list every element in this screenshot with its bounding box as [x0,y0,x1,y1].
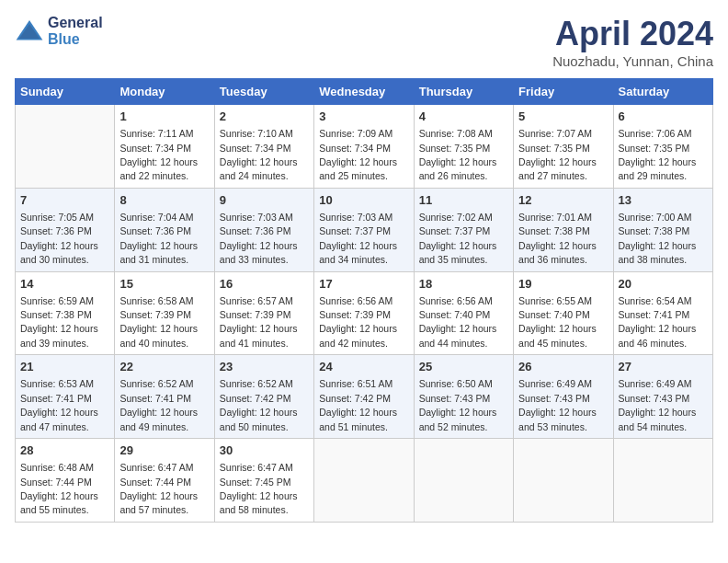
day-number: 5 [518,109,608,125]
cell-sunset: Sunset: 7:34 PM [319,143,391,154]
day-number: 25 [419,359,508,375]
cell-sunset: Sunset: 7:41 PM [619,309,690,320]
calendar-cell: 22 Sunrise: 6:52 AM Sunset: 7:41 PM Dayl… [115,355,214,439]
cell-daylight: Daylight: 12 hours and 47 minutes. [20,407,98,431]
day-number: 19 [518,276,608,293]
day-number: 20 [619,276,708,293]
cell-sunrise: Sunrise: 7:04 AM [119,212,193,223]
cell-sunset: Sunset: 7:41 PM [119,393,191,404]
cell-daylight: Daylight: 12 hours and 57 minutes. [119,490,198,515]
day-number: 6 [619,109,708,125]
cell-daylight: Daylight: 12 hours and 27 minutes. [518,156,597,181]
day-number: 8 [119,192,209,209]
cell-sunset: Sunset: 7:40 PM [518,309,590,320]
cell-sunset: Sunset: 7:39 PM [220,309,291,320]
cell-sunrise: Sunrise: 6:48 AM [20,462,94,473]
day-number: 13 [619,192,708,209]
cell-sunset: Sunset: 7:35 PM [419,143,491,154]
calendar-cell: 30 Sunrise: 6:47 AM Sunset: 7:45 PM Dayl… [214,439,313,523]
cell-daylight: Daylight: 12 hours and 55 minutes. [20,490,98,515]
cell-daylight: Daylight: 12 hours and 36 minutes. [518,240,597,265]
calendar-cell: 1 Sunrise: 7:11 AM Sunset: 7:34 PM Dayli… [115,105,214,189]
logo-icon [15,17,44,46]
cell-sunrise: Sunrise: 6:49 AM [518,378,592,389]
day-number: 26 [518,359,608,375]
cell-daylight: Daylight: 12 hours and 53 minutes. [518,407,597,431]
cell-sunrise: Sunrise: 6:51 AM [319,378,392,389]
day-number: 21 [20,359,109,375]
day-number: 18 [419,276,508,293]
day-number: 15 [119,276,209,293]
cell-daylight: Daylight: 12 hours and 40 minutes. [119,323,198,348]
cell-sunrise: Sunrise: 7:02 AM [419,212,493,223]
cell-sunrise: Sunrise: 7:01 AM [518,212,592,223]
cell-daylight: Daylight: 12 hours and 49 minutes. [119,407,198,431]
day-number: 9 [220,192,309,209]
cell-daylight: Daylight: 12 hours and 41 minutes. [220,323,298,348]
day-number: 29 [119,442,209,459]
cell-daylight: Daylight: 12 hours and 25 minutes. [319,156,397,181]
weekday-header: Sunday [16,79,115,105]
calendar-cell: 25 Sunrise: 6:50 AM Sunset: 7:43 PM Dayl… [414,355,513,439]
cell-sunset: Sunset: 7:38 PM [20,309,92,320]
cell-sunset: Sunset: 7:34 PM [220,143,291,154]
cell-sunset: Sunset: 7:43 PM [518,393,590,404]
cell-sunset: Sunset: 7:36 PM [119,225,191,236]
cell-sunset: Sunset: 7:42 PM [319,393,391,404]
cell-sunrise: Sunrise: 7:06 AM [619,128,692,139]
cell-daylight: Daylight: 12 hours and 58 minutes. [220,490,298,515]
calendar-cell: 29 Sunrise: 6:47 AM Sunset: 7:44 PM Dayl… [115,439,214,523]
cell-daylight: Daylight: 12 hours and 24 minutes. [220,156,298,181]
cell-daylight: Daylight: 12 hours and 52 minutes. [419,407,497,431]
cell-sunset: Sunset: 7:43 PM [419,393,491,404]
day-number: 27 [619,359,708,375]
cell-sunset: Sunset: 7:37 PM [419,225,491,236]
calendar-cell: 26 Sunrise: 6:49 AM Sunset: 7:43 PM Dayl… [514,355,613,439]
title-area: April 2024 Nuozhadu, Yunnan, China [552,15,713,69]
cell-daylight: Daylight: 12 hours and 54 minutes. [619,407,697,431]
cell-sunrise: Sunrise: 7:03 AM [220,212,293,223]
weekday-header: Wednesday [314,79,414,105]
cell-daylight: Daylight: 12 hours and 51 minutes. [319,407,397,431]
calendar-cell [514,439,613,523]
cell-sunrise: Sunrise: 6:52 AM [119,378,193,389]
cell-sunset: Sunset: 7:39 PM [119,309,191,320]
day-number: 22 [119,359,209,375]
cell-sunset: Sunset: 7:45 PM [220,477,291,488]
calendar-week-row: 1 Sunrise: 7:11 AM Sunset: 7:34 PM Dayli… [16,105,713,189]
cell-sunset: Sunset: 7:41 PM [20,393,92,404]
calendar-body: 1 Sunrise: 7:11 AM Sunset: 7:34 PM Dayli… [16,105,713,523]
weekday-header: Saturday [613,79,712,105]
day-number: 2 [220,109,309,125]
calendar-cell: 3 Sunrise: 7:09 AM Sunset: 7:34 PM Dayli… [314,105,414,189]
cell-sunset: Sunset: 7:38 PM [518,225,590,236]
cell-sunrise: Sunrise: 7:03 AM [319,212,392,223]
calendar-cell: 24 Sunrise: 6:51 AM Sunset: 7:42 PM Dayl… [314,355,414,439]
cell-sunset: Sunset: 7:36 PM [220,225,291,236]
cell-daylight: Daylight: 12 hours and 33 minutes. [220,240,298,265]
cell-sunrise: Sunrise: 7:11 AM [119,128,193,139]
calendar-cell: 4 Sunrise: 7:08 AM Sunset: 7:35 PM Dayli… [414,105,513,189]
day-number: 16 [220,276,309,293]
weekday-header: Monday [115,79,214,105]
cell-sunset: Sunset: 7:38 PM [619,225,690,236]
calendar-cell: 21 Sunrise: 6:53 AM Sunset: 7:41 PM Dayl… [16,355,115,439]
cell-daylight: Daylight: 12 hours and 22 minutes. [119,156,198,181]
day-number: 7 [20,192,109,209]
header: General Blue April 2024 Nuozhadu, Yunnan… [15,15,713,69]
cell-sunset: Sunset: 7:34 PM [119,143,191,154]
cell-sunrise: Sunrise: 7:09 AM [319,128,392,139]
calendar-cell: 12 Sunrise: 7:01 AM Sunset: 7:38 PM Dayl… [514,188,613,271]
calendar-cell: 20 Sunrise: 6:54 AM Sunset: 7:41 PM Dayl… [613,271,712,355]
cell-sunrise: Sunrise: 7:10 AM [220,128,293,139]
calendar-cell [314,439,414,523]
calendar-cell: 18 Sunrise: 6:56 AM Sunset: 7:40 PM Dayl… [414,271,513,355]
cell-sunrise: Sunrise: 6:47 AM [220,462,293,473]
cell-sunrise: Sunrise: 6:52 AM [220,378,293,389]
cell-daylight: Daylight: 12 hours and 31 minutes. [119,240,198,265]
cell-sunrise: Sunrise: 7:07 AM [518,128,592,139]
cell-sunset: Sunset: 7:35 PM [518,143,590,154]
cell-sunrise: Sunrise: 6:57 AM [220,295,293,306]
cell-daylight: Daylight: 12 hours and 50 minutes. [220,407,298,431]
calendar-cell: 6 Sunrise: 7:06 AM Sunset: 7:35 PM Dayli… [613,105,712,189]
